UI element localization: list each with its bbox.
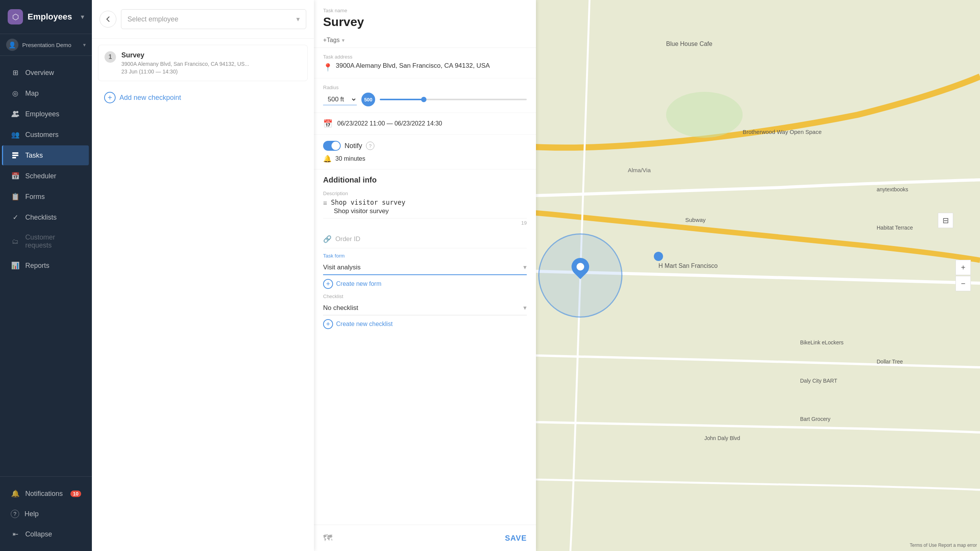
left-panel-body: 1 Survey 3900A Alemany Blvd, San Francis… (92, 39, 314, 551)
sidebar-item-notifications[interactable]: 🔔 Notifications 10 (3, 484, 89, 504)
sidebar-item-label: Collapse (25, 530, 52, 538)
checklist-select[interactable]: No checklist ▾ (323, 301, 527, 315)
workspace-row[interactable]: 👤 Presentation Demo ▾ (0, 34, 92, 56)
checkpoint-address: 3900A Alemany Blvd, San Francisco, CA 94… (121, 61, 301, 67)
task-form-field: Task form Visit analysis ▾ (323, 253, 527, 275)
svg-text:Dollar Tree: Dollar Tree (877, 359, 903, 365)
footer-map-icon[interactable]: 🗺 (323, 533, 332, 543)
map-terms[interactable]: Terms of Use Report a map error (910, 543, 977, 548)
create-checklist-icon: + (323, 319, 333, 329)
lines-icon: ≡ (323, 199, 327, 207)
task-form-select[interactable]: Visit analysis ▾ (323, 260, 527, 275)
date-value: 06/23/2022 11:00 — 06/23/2022 14:30 (337, 120, 442, 127)
svg-point-1 (16, 111, 18, 113)
app-name: Employees (28, 12, 72, 22)
add-checkpoint-button[interactable]: + Add new checkpoint (98, 86, 308, 109)
checkpoint-item[interactable]: 1 Survey 3900A Alemany Blvd, San Francis… (98, 45, 308, 81)
create-checklist-button[interactable]: + Create new checklist (323, 319, 527, 329)
employee-select[interactable]: Select employee ▾ (121, 9, 306, 29)
sidebar-item-tasks[interactable]: Tasks (2, 145, 89, 165)
tags-button[interactable]: +Tags ▾ (323, 37, 345, 44)
sidebar-header: ⬡ Employees ▾ (0, 0, 92, 34)
sidebar-item-label: Notifications (25, 490, 63, 498)
create-form-label: Create new form (336, 280, 381, 287)
task-form-chevron: ▾ (523, 263, 527, 271)
main-content: Park And... Serrano Dr Alma/Via Blue Hou… (92, 0, 980, 551)
description-textarea[interactable] (331, 199, 527, 207)
sidebar-item-help[interactable]: ? Help (3, 504, 89, 523)
svg-text:anytextbooks: anytextbooks (877, 186, 908, 192)
map-controls: + − (956, 260, 971, 291)
notify-row: Notify ? 🔔 30 minutes (314, 135, 536, 170)
additional-info-section: Additional info Description ≡ Shop visit… (314, 170, 536, 339)
sidebar-item-reports[interactable]: 📊 Reports (3, 256, 89, 276)
sidebar-bottom: 🔔 Notifications 10 ? Help ⇤ Collapse (0, 476, 92, 551)
tags-row: +Tags ▾ (314, 33, 536, 48)
link-icon: 🔗 (323, 235, 332, 243)
svg-rect-4 (12, 157, 16, 158)
sidebar-item-scheduler[interactable]: 📅 Scheduler (3, 166, 89, 186)
map-zoom-out[interactable]: − (956, 276, 971, 291)
task-name-label: Task name (323, 8, 527, 13)
sidebar-item-label: Checklists (25, 214, 57, 222)
help-icon: ? (11, 510, 19, 518)
radius-slider[interactable] (380, 99, 527, 100)
svg-point-8 (666, 92, 743, 138)
sidebar-item-map[interactable]: ◎ Map (3, 83, 89, 103)
map-layers-btn[interactable]: ⊟ (938, 213, 953, 228)
notify-help-icon[interactable]: ? (366, 142, 374, 150)
svg-text:Daly City BART: Daly City BART (800, 378, 837, 384)
additional-info-title: Additional info (323, 176, 527, 184)
radius-row: Radius 500 ft 250 ft 1000 ft 500 (314, 78, 536, 113)
radius-select[interactable]: 500 ft 250 ft 1000 ft (323, 94, 357, 105)
desc-inner: ≡ (323, 199, 527, 207)
app-name-chevron[interactable]: ▾ (81, 13, 84, 21)
left-panel-header: Select employee ▾ (92, 0, 314, 39)
svg-text:John Daly Blvd: John Daly Blvd (704, 435, 740, 441)
create-form-icon: + (323, 279, 333, 289)
svg-point-24 (654, 252, 663, 261)
svg-text:BikeLink eLockers: BikeLink eLockers (800, 339, 844, 346)
date-row: 📅 06/23/2022 11:00 — 06/23/2022 14:30 (314, 113, 536, 135)
sidebar-item-label: Overview (25, 69, 54, 77)
order-id-placeholder: Order ID (335, 235, 360, 243)
checkpoint-number: 1 (105, 51, 116, 63)
sidebar-item-employees[interactable]: Employees (3, 104, 89, 124)
task-panel: Task name Survey +Tags ▾ Task address 📍 … (314, 0, 536, 551)
sidebar-item-overview[interactable]: ⊞ Overview (3, 63, 89, 83)
sidebar-item-label: Reports (25, 262, 49, 270)
collapse-icon: ⇤ (11, 530, 20, 539)
address-value: 3900A Alemany Blvd, San Francisco, CA 94… (336, 62, 490, 70)
svg-text:Subway: Subway (685, 217, 706, 223)
checklist-field: Checklist No checklist ▾ (323, 293, 527, 315)
create-form-button[interactable]: + Create new form (323, 279, 527, 289)
sidebar-item-collapse[interactable]: ⇤ Collapse (3, 524, 89, 544)
sidebar-item-checklists[interactable]: ✓ Checklists (3, 207, 89, 227)
bell-row: 🔔 30 minutes (323, 155, 527, 163)
notifications-icon: 🔔 (11, 489, 20, 498)
sidebar-item-customers[interactable]: 👥 Customers (3, 125, 89, 145)
address-row: Task address 📍 3900A Alemany Blvd, San F… (314, 48, 536, 78)
sidebar-item-forms[interactable]: 📋 Forms (3, 187, 89, 207)
description-row: Description ≡ Shop visitor survey 19 (323, 191, 527, 226)
address-value-container: 📍 3900A Alemany Blvd, San Francisco, CA … (323, 62, 527, 72)
add-checkpoint-icon: + (104, 92, 116, 103)
checklists-icon: ✓ (11, 213, 20, 222)
map-pin (572, 258, 589, 276)
map-zoom-in[interactable]: + (956, 260, 971, 275)
notify-label: Notify (345, 142, 362, 150)
svg-rect-2 (12, 152, 18, 154)
checklist-value: No checklist (323, 304, 358, 312)
description-label: Description (323, 191, 527, 196)
svg-text:Brotherwood Way Open Space: Brotherwood Way Open Space (743, 129, 822, 135)
employee-select-placeholder: Select employee (127, 15, 178, 23)
save-button[interactable]: SAVE (505, 534, 527, 543)
sidebar-item-label: Customer requests (25, 233, 81, 249)
bell-value: 30 minutes (335, 155, 365, 162)
map-icon: ◎ (11, 89, 20, 98)
notify-toggle[interactable] (323, 141, 341, 151)
sidebar-item-label: Help (24, 510, 39, 518)
radius-control: 500 ft 250 ft 1000 ft 500 (323, 93, 527, 106)
tasks-icon (11, 151, 20, 160)
back-button[interactable] (100, 11, 116, 28)
